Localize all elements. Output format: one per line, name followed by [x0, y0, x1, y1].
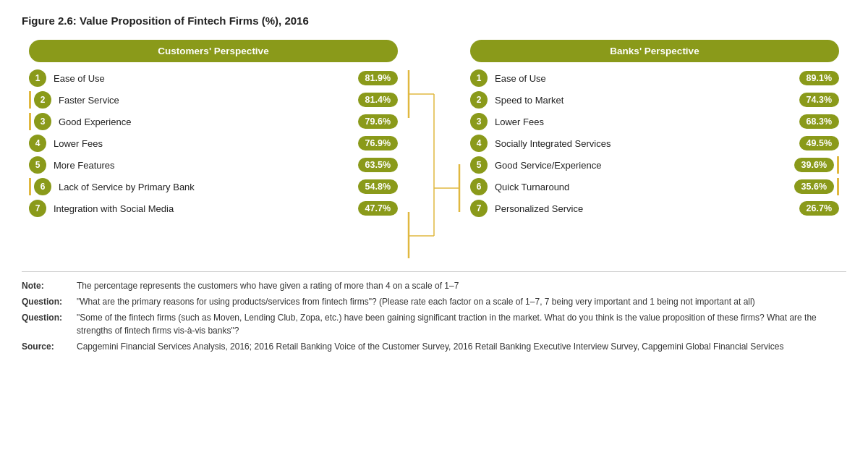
bank-row: 7 Personalized Service 26.7% — [470, 200, 839, 217]
bank-row: 2 Speed to Market 74.3% — [470, 91, 839, 109]
row-label: Good Experience — [59, 116, 351, 127]
row-number: 3 — [470, 113, 488, 130]
row-pct: 76.9% — [358, 136, 398, 150]
connector-lines — [405, 70, 463, 258]
bank-row: 1 Ease of Use 89.1% — [470, 69, 839, 87]
connector-area — [405, 70, 463, 260]
customer-row: 4 Lower Fees 76.9% — [29, 135, 398, 152]
note-row: Note: The percentage represents the cust… — [22, 279, 846, 292]
customers-panel: Customers' Perspective 1 Ease of Use 81.… — [22, 40, 405, 260]
row-number: 3 — [34, 113, 51, 130]
note-text: The percentage represents the customers … — [77, 279, 459, 292]
row-label: Speed to Market — [495, 95, 792, 106]
note-text: "What are the primary reasons for using … — [77, 295, 755, 308]
customers-rows: 1 Ease of Use 81.9% 2 Faster Service 81.… — [29, 69, 398, 217]
note-text: "Some of the fintech firms (such as Move… — [77, 311, 846, 337]
bank-row: 3 Lower Fees 68.3% — [470, 113, 839, 130]
row-label: Ease of Use — [54, 73, 351, 84]
note-text: Capgemini Financial Services Analysis, 2… — [77, 340, 783, 353]
row-number: 5 — [29, 156, 46, 174]
divider — [22, 271, 846, 272]
row-label: Personalized Service — [495, 203, 792, 214]
note-label: Question: — [22, 311, 71, 337]
customer-row: 3 Good Experience 79.6% — [29, 113, 398, 130]
customer-row: 1 Ease of Use 81.9% — [29, 69, 398, 87]
row-pct: 54.8% — [358, 179, 398, 194]
row-label: Lack of Service by Primary Bank — [59, 182, 351, 192]
customers-header: Customers' Perspective — [29, 40, 398, 62]
row-label: Lower Fees — [54, 138, 351, 149]
row-pct: 89.1% — [799, 71, 839, 85]
row-label: Lower Fees — [495, 116, 792, 127]
row-pct: 74.3% — [799, 93, 839, 107]
row-number: 1 — [29, 69, 46, 87]
row-number: 6 — [34, 178, 51, 195]
row-number: 7 — [470, 200, 488, 217]
bank-row: 4 Socially Integrated Services 49.5% — [470, 135, 839, 152]
note-label: Source: — [22, 340, 71, 353]
note-row: Question: "Some of the fintech firms (su… — [22, 311, 846, 337]
notes-section: Note: The percentage represents the cust… — [22, 279, 846, 353]
bank-row: 6 Quick Turnaround 35.6% — [470, 178, 839, 195]
customer-row: 7 Integration with Social Media 47.7% — [29, 200, 398, 217]
row-number: 1 — [470, 69, 488, 87]
figure-title: Figure 2.6: Value Proposition of Fintech… — [22, 14, 846, 27]
note-row: Source: Capgemini Financial Services Ana… — [22, 340, 846, 353]
row-pct: 79.6% — [358, 114, 398, 129]
row-number: 6 — [470, 178, 488, 195]
row-label: Good Service/Experience — [495, 160, 787, 171]
row-pct: 49.5% — [799, 136, 839, 150]
note-label: Question: — [22, 295, 71, 308]
row-pct: 35.6% — [794, 179, 834, 194]
banks-header: Banks' Perspective — [470, 40, 839, 62]
row-pct: 81.4% — [358, 93, 398, 107]
row-number: 5 — [470, 156, 488, 174]
banks-panel: Banks' Perspective 1 Ease of Use 89.1% 2… — [463, 40, 846, 260]
row-label: Faster Service — [59, 95, 351, 106]
note-row: Question: "What are the primary reasons … — [22, 295, 846, 308]
customer-row: 5 More Features 63.5% — [29, 156, 398, 174]
banks-rows: 1 Ease of Use 89.1% 2 Speed to Market 74… — [470, 69, 839, 217]
row-number: 4 — [470, 135, 488, 152]
note-label: Note: — [22, 279, 71, 292]
row-number: 7 — [29, 200, 46, 217]
row-number: 4 — [29, 135, 46, 152]
row-pct: 81.9% — [358, 71, 398, 85]
customer-row: 6 Lack of Service by Primary Bank 54.8% — [29, 178, 398, 195]
row-pct: 26.7% — [799, 201, 839, 216]
row-number: 2 — [470, 91, 488, 109]
bank-row: 5 Good Service/Experience 39.6% — [470, 156, 839, 174]
row-label: Quick Turnaround — [495, 182, 787, 192]
customer-row: 2 Faster Service 81.4% — [29, 91, 398, 109]
row-label: More Features — [54, 160, 351, 171]
row-pct: 68.3% — [799, 114, 839, 129]
row-pct: 63.5% — [358, 158, 398, 172]
row-pct: 39.6% — [794, 158, 834, 172]
row-pct: 47.7% — [358, 201, 398, 216]
row-label: Integration with Social Media — [54, 203, 351, 214]
row-number: 2 — [34, 91, 51, 109]
row-label: Socially Integrated Services — [495, 138, 792, 149]
row-label: Ease of Use — [495, 73, 792, 84]
